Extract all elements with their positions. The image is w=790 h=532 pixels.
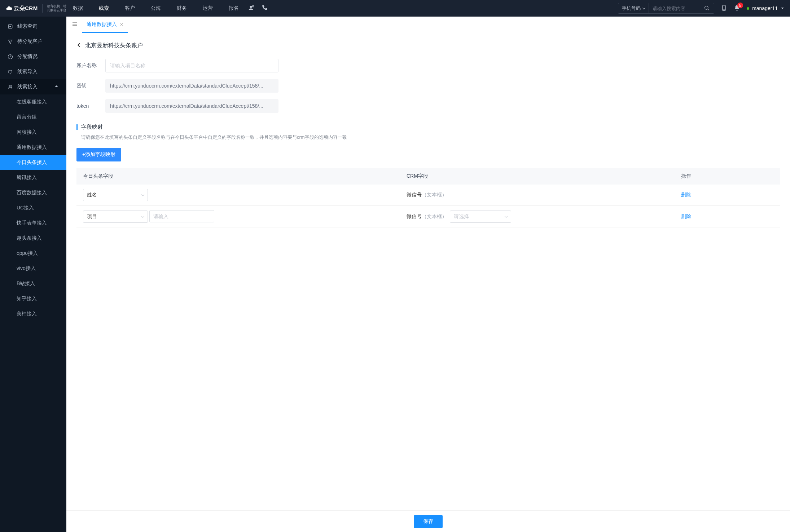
sidebar-icon — [7, 84, 13, 90]
chevron-up-icon — [54, 84, 59, 89]
svg-point-7 — [9, 85, 10, 87]
sidebar-item-4[interactable]: 线索接入 — [0, 79, 66, 94]
tab-menu-toggle[interactable] — [69, 19, 80, 30]
tt-field-select[interactable]: 项目 — [83, 210, 148, 223]
top-header: 云朵CRM 教育机构一站 式服务云平台 数据线索客户公海财务运营报名 手机号码 … — [0, 0, 790, 17]
sidebar-icon — [7, 54, 13, 59]
sidebar-sub-4[interactable]: 今日头条接入 — [0, 155, 66, 170]
table-row: 项目 微信号（文本框） 请选择删除 — [76, 206, 780, 227]
mapping-hint: 请确保您在此填写的头条自定义字段名称与在今日头条平台中自定义的字段名称一致，并且… — [76, 134, 780, 141]
footer-bar: 保存 — [66, 510, 790, 532]
search-icon — [704, 5, 710, 11]
global-search: 手机号码 — [618, 3, 714, 14]
page-title: 北京昱新科技头条账户 — [85, 42, 143, 49]
sidebar-sub-8[interactable]: 快手表单接入 — [0, 216, 66, 231]
sidebar-sub-3[interactable]: 通用数据接入 — [0, 140, 66, 155]
save-button[interactable]: 保存 — [414, 515, 443, 528]
crm-field-select[interactable]: 请选择 — [450, 210, 511, 223]
tt-field-extra-input[interactable] — [149, 210, 214, 222]
nav-item-0[interactable]: 数据 — [66, 0, 89, 17]
notifications[interactable]: 5 — [734, 5, 740, 12]
nav-item-4[interactable]: 财务 — [170, 0, 193, 17]
page-content: 北京昱新科技头条账户 账户名称 密钥 token 字段映射 请确保您在此填写的头… — [66, 33, 790, 532]
sidebar-item-1[interactable]: 待分配客户 — [0, 34, 66, 49]
sidebar-sub-7[interactable]: UC接入 — [0, 200, 66, 216]
nav-item-6[interactable]: 报名 — [222, 0, 245, 17]
page-header: 北京昱新科技头条账户 — [76, 42, 780, 49]
crm-field-label: 微信号 — [407, 213, 422, 219]
secret-label: 密钥 — [76, 83, 105, 89]
notification-badge: 5 — [737, 3, 743, 8]
mapping-section-title: 字段映射 — [76, 124, 780, 130]
sidebar-sub-11[interactable]: vivo接入 — [0, 261, 66, 276]
sidebar-sub-5[interactable]: 腾讯接入 — [0, 170, 66, 185]
menu-icon — [72, 22, 77, 27]
col-2: 操作 — [675, 168, 780, 185]
nav-item-2[interactable]: 客户 — [118, 0, 141, 17]
user-add-icon[interactable] — [248, 5, 255, 12]
user-menu[interactable]: manager11 — [747, 5, 784, 11]
sidebar-icon — [7, 24, 13, 29]
tab-close[interactable]: ✕ — [120, 22, 123, 27]
col-1: CRM字段 — [400, 168, 675, 185]
col-0: 今日头条字段 — [76, 168, 400, 185]
sidebar-sub-1[interactable]: 留言分组 — [0, 110, 66, 125]
crm-field-type: （文本框） — [422, 213, 447, 219]
sidebar: 线索查询待分配客户分配情况线索导入线索接入在线客服接入留言分组网校接入通用数据接… — [0, 17, 66, 532]
cloud-icon — [6, 5, 12, 12]
sidebar-icon — [7, 69, 13, 75]
token-label: token — [76, 103, 105, 109]
chevron-down-icon — [781, 6, 784, 10]
search-type-select[interactable]: 手机号码 — [618, 3, 649, 13]
phone-call-icon[interactable] — [261, 5, 268, 12]
sidebar-sub-6[interactable]: 百度数据接入 — [0, 185, 66, 200]
tt-field-select[interactable]: 姓名 — [83, 189, 148, 201]
svg-point-8 — [10, 85, 12, 87]
delete-row-link[interactable]: 删除 — [681, 213, 691, 219]
logo-area: 云朵CRM 教育机构一站 式服务云平台 — [6, 4, 66, 13]
mobile-icon[interactable] — [721, 5, 727, 12]
svg-point-0 — [250, 6, 252, 8]
add-field-mapping-button[interactable]: +添加字段映射 — [76, 148, 121, 161]
account-name-input[interactable] — [105, 59, 278, 72]
sidebar-sub-9[interactable]: 趣头条接入 — [0, 231, 66, 246]
nav-item-1[interactable]: 线索 — [92, 0, 115, 17]
sidebar-icon — [7, 39, 13, 44]
svg-point-2 — [705, 6, 708, 9]
sidebar-item-0[interactable]: 线索查询 — [0, 19, 66, 34]
sidebar-sub-2[interactable]: 网校接入 — [0, 125, 66, 140]
mapping-table: 今日头条字段CRM字段操作 姓名微信号（文本框）删除项目 微信号（文本框） 请选… — [76, 168, 780, 227]
sidebar-sub-13[interactable]: 知乎接入 — [0, 291, 66, 306]
account-name-label: 账户名称 — [76, 62, 105, 69]
header-right: 手机号码 5 manager11 — [618, 3, 784, 14]
nav-item-5[interactable]: 运营 — [196, 0, 219, 17]
header-toolbar-icons — [248, 5, 268, 12]
status-dot — [747, 7, 749, 10]
back-button[interactable] — [76, 43, 82, 49]
sidebar-sub-14[interactable]: 美柚接入 — [0, 306, 66, 322]
crm-field-label: 微信号 — [407, 192, 422, 198]
delete-row-link[interactable]: 删除 — [681, 192, 691, 198]
logo-subtitle: 教育机构一站 式服务云平台 — [47, 4, 66, 12]
username: manager11 — [752, 5, 778, 11]
token-input[interactable] — [105, 99, 278, 113]
top-nav: 数据线索客户公海财务运营报名 — [66, 0, 245, 17]
main-area: 通用数据接入✕ 北京昱新科技头条账户 账户名称 密钥 token — [66, 17, 790, 532]
crm-field-type: （文本框） — [422, 192, 447, 198]
sidebar-sub-12[interactable]: B站接入 — [0, 276, 66, 291]
sidebar-sub-0[interactable]: 在线客服接入 — [0, 94, 66, 110]
sidebar-item-3[interactable]: 线索导入 — [0, 64, 66, 79]
sidebar-item-2[interactable]: 分配情况 — [0, 49, 66, 64]
table-row: 姓名微信号（文本框）删除 — [76, 185, 780, 206]
search-input[interactable] — [649, 6, 699, 11]
tab-0[interactable]: 通用数据接入✕ — [82, 17, 128, 33]
chevron-left-icon — [76, 43, 82, 48]
logo: 云朵CRM — [6, 5, 38, 12]
svg-point-4 — [724, 9, 724, 10]
tab-bar: 通用数据接入✕ — [66, 17, 790, 33]
secret-input[interactable] — [105, 79, 278, 93]
sidebar-sub-10[interactable]: oppo接入 — [0, 246, 66, 261]
nav-item-3[interactable]: 公海 — [144, 0, 167, 17]
search-button[interactable] — [699, 5, 714, 12]
